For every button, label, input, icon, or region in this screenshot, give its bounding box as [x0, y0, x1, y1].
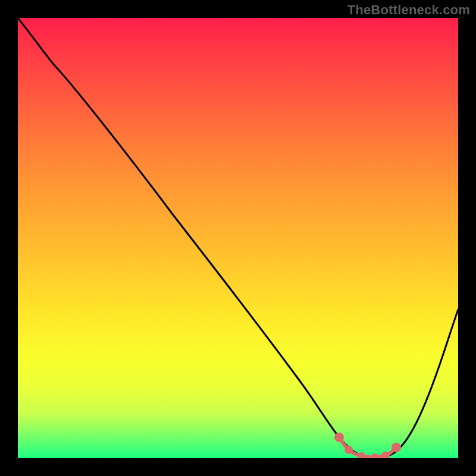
chart-frame: TheBottleneck.com	[0, 0, 476, 476]
curve-layer	[18, 18, 458, 458]
bottom-border	[0, 458, 476, 476]
watermark-text: TheBottleneck.com	[347, 2, 470, 18]
svg-point-5	[393, 444, 399, 450]
optimal-band-markers	[336, 434, 399, 458]
bottleneck-curve	[18, 18, 458, 458]
plot-area	[18, 18, 458, 458]
